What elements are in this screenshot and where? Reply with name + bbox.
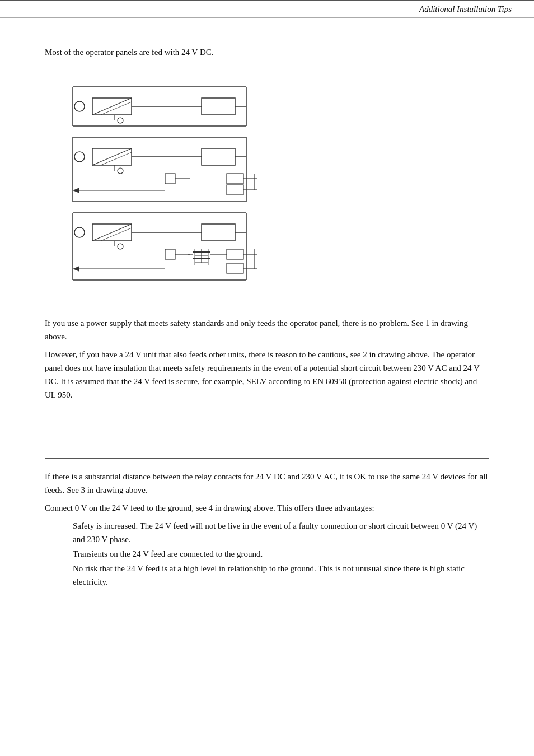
svg-rect-56 [227, 249, 243, 259]
svg-point-6 [118, 118, 123, 123]
svg-marker-60 [73, 266, 79, 272]
page-wrapper: Additional Installation Tips Most of the… [0, 0, 534, 756]
svg-point-36 [74, 227, 85, 237]
svg-rect-61 [227, 263, 243, 273]
paragraph-2: However, if you have a 24 V unit that al… [45, 348, 489, 402]
bullet-item-3: No risk that the 24 V feed is at a high … [73, 562, 489, 589]
section-divider-2 [45, 458, 489, 459]
svg-line-3 [92, 98, 132, 115]
svg-line-39 [101, 228, 132, 241]
paragraph-3: If there is a substantial distance betwe… [45, 470, 489, 497]
svg-point-14 [74, 152, 85, 162]
page-header: Additional Installation Tips [0, 0, 534, 18]
svg-point-1 [74, 101, 85, 111]
diagram-container [45, 70, 489, 305]
svg-line-16 [92, 148, 132, 165]
svg-point-19 [118, 168, 123, 174]
svg-rect-8 [202, 98, 235, 115]
paragraph-1: If you use a power supply that meets saf… [45, 316, 489, 343]
svg-line-4 [101, 102, 132, 115]
svg-rect-21 [202, 148, 235, 165]
circuit-diagram [56, 70, 291, 305]
svg-point-41 [118, 244, 123, 249]
header-title: Additional Installation Tips [419, 4, 512, 14]
svg-rect-25 [227, 174, 243, 184]
svg-rect-43 [202, 224, 235, 241]
svg-rect-45 [165, 249, 175, 259]
paragraph-4: Connect 0 V on the 24 V feed to the grou… [45, 501, 489, 515]
section-divider-1 [45, 413, 489, 413]
svg-rect-30 [227, 185, 243, 195]
bullet-section: Safety is increased. The 24 V feed will … [73, 519, 489, 589]
section-divider-bottom [45, 646, 489, 646]
bullet-item-1: Safety is increased. The 24 V feed will … [73, 519, 489, 546]
bullet-item-2: Transients on the 24 V feed are connecte… [73, 547, 489, 561]
svg-line-38 [92, 224, 132, 241]
svg-line-17 [101, 152, 132, 165]
svg-marker-29 [73, 188, 79, 193]
svg-rect-23 [165, 174, 175, 184]
intro-text: Most of the operator panels are fed with… [45, 46, 489, 59]
main-content: Most of the operator panels are fed with… [0, 18, 534, 669]
